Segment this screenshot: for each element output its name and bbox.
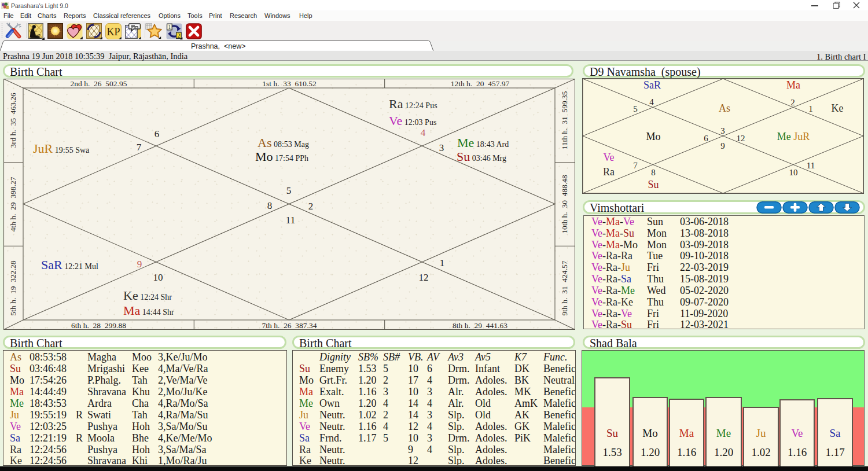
svg-text:1: 1: [168, 24, 171, 30]
svg-text:KP: KP: [106, 26, 120, 38]
svg-text:2: 2: [177, 32, 180, 39]
